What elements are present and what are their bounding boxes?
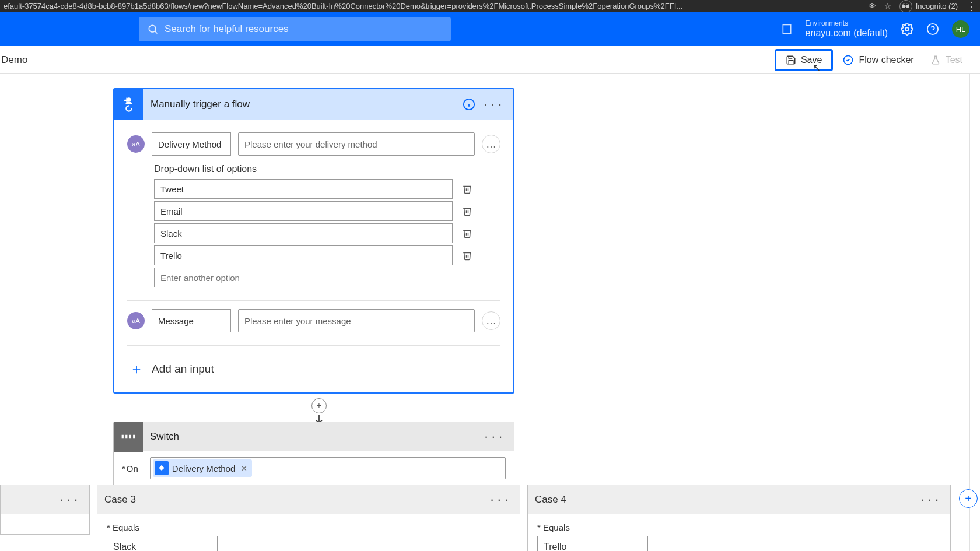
save-button[interactable]: Save ↖ [775,49,833,71]
gear-icon[interactable] [901,23,914,36]
trigger-card[interactable]: Manually trigger a flow · · · aA Deliver… [113,88,514,394]
delete-icon[interactable] [462,250,473,261]
input-name-delivery[interactable]: Delivery Method [152,132,231,156]
equals-label: * Equals [107,522,510,532]
search-input[interactable] [164,23,443,35]
text-type-icon: aA [127,135,145,153]
input-more-icon[interactable]: … [482,135,501,153]
switch-more-icon[interactable]: · · · [480,429,507,444]
test-label: Test [946,55,963,65]
delete-icon[interactable] [462,228,473,238]
svg-line-1 [155,31,158,34]
svg-rect-2 [783,25,790,34]
input-more-icon[interactable]: … [482,311,501,330]
svg-rect-17 [125,435,127,439]
flow-canvas[interactable]: Manually trigger a flow · · · aA Deliver… [0,74,980,551]
incognito-icon: 🕶 [900,0,912,13]
incognito-label: Incognito (2) [916,2,958,10]
dropdown-options-list: Tweet Email Slack Trello Enter another o… [154,179,473,287]
equals-label: * Equals [537,522,941,532]
trigger-more-icon[interactable]: · · · [479,97,506,112]
switch-title: Switch [143,431,480,443]
environment-selector[interactable]: Environments enayu.com (default) [806,20,888,38]
incognito-indicator: 🕶 Incognito (2) [900,0,958,13]
eye-off-icon[interactable]: 👁 [869,2,876,10]
case-more-icon[interactable]: · · · [916,492,943,507]
divider [127,300,501,301]
plus-icon: ＋ [130,360,144,378]
case-3-card[interactable]: Case 3 · · · * Equals Slack [97,485,520,551]
cursor-icon: ↖ [813,62,821,74]
delete-icon[interactable] [462,184,473,194]
svg-point-0 [149,25,156,32]
dynamic-token[interactable]: Delivery Method ✕ [153,459,252,477]
star-icon[interactable]: ☆ [884,2,891,10]
svg-rect-18 [130,435,131,439]
svg-rect-19 [133,435,135,439]
flask-icon [930,55,941,65]
flow-title: Demo [1,54,27,66]
equals-input-case4[interactable]: Trello [537,536,648,551]
scrollbar[interactable] [970,74,980,551]
input-placeholder-message[interactable]: Please enter your message [238,309,475,332]
save-icon [786,55,796,65]
delete-icon[interactable] [462,206,473,216]
flow-checker-label: Flow checker [859,55,914,65]
environment-icon[interactable] [781,23,793,35]
browser-menu-icon[interactable]: ⋮ [966,0,977,13]
token-remove-icon[interactable]: ✕ [241,464,247,473]
url-text: efault-37574ca4-cde8-4d8b-bcb8-897b1a5d8… [4,2,869,10]
svg-point-7 [905,27,909,31]
dropdown-options-label: Drop-down list of options [154,164,501,174]
case-more-icon[interactable]: · · · [485,492,513,507]
on-label: *On [122,464,138,473]
environment-name: enayu.com (default) [806,28,888,38]
option-item[interactable]: Email [154,201,453,221]
option-item[interactable]: Tweet [154,179,453,199]
divider [127,345,501,346]
add-step-button[interactable]: + [312,398,327,413]
trigger-title: Manually trigger a flow [144,99,459,110]
flow-toolbar: Demo Save ↖ Flow checker Test [0,46,980,74]
input-row-delivery: aA Delivery Method Please enter your del… [127,132,501,156]
user-avatar[interactable]: HL [952,20,970,38]
switch-icon [114,422,143,452]
add-input-label: Add an input [152,363,214,375]
test-button[interactable]: Test [922,51,971,69]
info-icon[interactable] [459,94,479,114]
svg-point-11 [127,97,131,101]
trigger-header[interactable]: Manually trigger a flow · · · [114,89,513,120]
input-name-message[interactable]: Message [152,309,231,332]
flow-checker-button[interactable]: Flow checker [834,50,922,70]
token-label: Delivery Method [172,464,235,473]
browser-address-bar: efault-37574ca4-cde8-4d8b-bcb8-897b1a5d8… [0,0,980,12]
add-case-button[interactable]: + [959,489,978,508]
case-3-title: Case 3 [104,494,136,506]
app-header: Environments enayu.com (default) HL [0,12,980,46]
search-icon [147,23,159,35]
checker-icon [842,54,854,66]
case-card-partial[interactable]: · · · [0,485,90,535]
search-box[interactable] [139,17,451,41]
input-placeholder-delivery[interactable]: Please enter your delivery method [238,132,475,156]
environment-label: Environments [806,20,888,28]
option-item[interactable]: Slack [154,223,453,243]
case-4-title: Case 4 [535,494,566,506]
switch-header[interactable]: Switch · · · [114,422,514,451]
help-icon[interactable] [926,23,939,36]
add-input-button[interactable]: ＋ Add an input [127,354,501,382]
text-type-icon: aA [127,312,145,329]
option-item[interactable]: Trello [154,245,453,265]
option-item-new[interactable]: Enter another option [154,268,473,287]
on-field[interactable]: Delivery Method ✕ [150,457,506,479]
trigger-icon [114,89,144,120]
svg-rect-16 [122,435,124,439]
token-icon [155,461,169,475]
case-4-card[interactable]: Case 4 · · · * Equals Trello [527,485,951,551]
input-row-message: aA Message Please enter your message … [127,309,501,332]
equals-input-case3[interactable]: Slack [107,536,218,551]
switch-card[interactable]: Switch · · · *On Delivery Method ✕ [113,422,514,488]
case-more-icon[interactable]: · · · [55,492,82,507]
